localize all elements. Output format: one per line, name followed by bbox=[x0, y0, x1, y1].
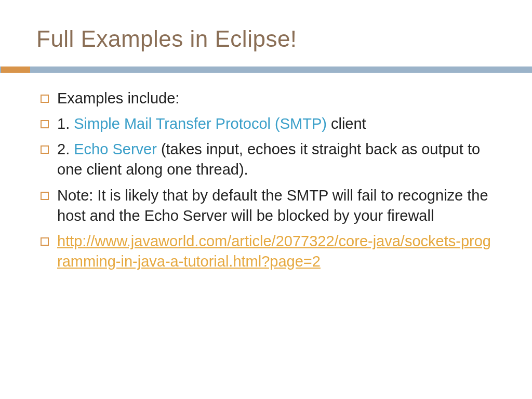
bullet-prefix: 2. bbox=[57, 141, 74, 157]
bullet-item: 2. Echo Server (takes input, echoes it s… bbox=[36, 139, 496, 180]
bullet-suffix: client bbox=[327, 115, 366, 132]
bullet-highlight: Echo Server bbox=[74, 141, 157, 157]
bullet-list: Examples include: 1. Simple Mail Transfe… bbox=[36, 88, 496, 272]
divider-blue bbox=[0, 66, 532, 73]
bullet-item: Note: It is likely that by default the S… bbox=[36, 185, 496, 226]
bullet-item: Examples include: bbox=[36, 88, 496, 109]
divider-orange bbox=[1, 66, 30, 73]
slide-title: Full Examples in Eclipse! bbox=[36, 26, 496, 52]
reference-link[interactable]: http://www.javaworld.com/article/2077322… bbox=[57, 233, 491, 270]
slide: Full Examples in Eclipse! Examples inclu… bbox=[0, 0, 532, 399]
slide-content: Examples include: 1. Simple Mail Transfe… bbox=[36, 88, 496, 272]
bullet-prefix: 1. bbox=[57, 115, 74, 132]
title-divider bbox=[0, 66, 532, 73]
bullet-item: http://www.javaworld.com/article/2077322… bbox=[36, 231, 496, 272]
bullet-text: Examples include: bbox=[57, 90, 179, 107]
bullet-text: Note: It is likely that by default the S… bbox=[57, 187, 488, 224]
bullet-item: 1. Simple Mail Transfer Protocol (SMTP) … bbox=[36, 114, 496, 134]
bullet-highlight: Simple Mail Transfer Protocol (SMTP) bbox=[74, 115, 327, 132]
